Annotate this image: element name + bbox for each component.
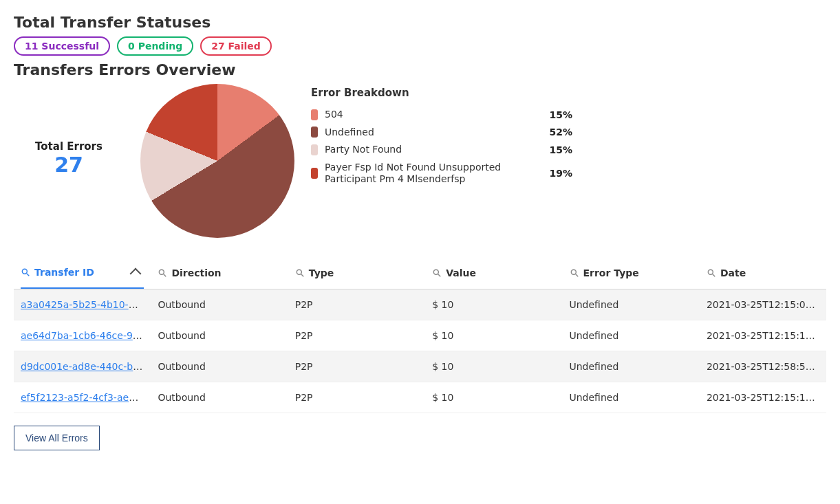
cell-value: $ 10 — [425, 351, 562, 382]
cell-direction: Outbound — [151, 289, 288, 320]
cell-date: 2021-03-25T12:58:57.093Z — [700, 351, 826, 382]
legend-swatch-icon — [311, 144, 318, 155]
transfer-id-link[interactable]: a3a0425a-5b25-4b10-8f3f — [21, 299, 147, 310]
search-icon — [432, 268, 442, 278]
transfer-id-link[interactable]: ae64d7ba-1cb6-46ce-9bc — [21, 330, 144, 341]
table-row: ef5f2123-a5f2-4cf3-ae05-OutboundP2P$ 10U… — [14, 382, 826, 413]
cell-error-type: Undefined — [563, 320, 700, 351]
search-icon — [570, 268, 579, 278]
svg-line-7 — [438, 274, 441, 277]
search-icon — [707, 268, 716, 278]
svg-point-4 — [297, 270, 301, 274]
col-date-label: Date — [720, 267, 746, 278]
search-icon — [158, 268, 167, 278]
table-row: ae64d7ba-1cb6-46ce-9bcOutboundP2P$ 10Und… — [14, 320, 826, 351]
svg-point-0 — [22, 269, 27, 274]
cell-date: 2021-03-25T12:15:05.476Z — [700, 289, 826, 320]
search-icon — [295, 268, 305, 278]
legend-item: Payer Fsp Id Not Found Unsupported Parti… — [311, 162, 572, 186]
sort-asc-icon — [130, 268, 142, 280]
total-errors-value: 27 — [14, 153, 124, 177]
statuses-title: Total Transfer Statuses — [14, 14, 826, 31]
legend-label: Payer Fsp Id Not Found Unsupported Parti… — [325, 162, 538, 186]
col-type-label: Type — [309, 267, 334, 278]
cell-direction: Outbound — [151, 351, 288, 382]
cell-value: $ 10 — [425, 289, 562, 320]
legend-swatch-icon — [311, 168, 318, 179]
errors-overview-title: Transfers Errors Overview — [14, 61, 826, 78]
svg-point-2 — [160, 270, 164, 274]
pill-failed[interactable]: 27 Failed — [200, 36, 272, 56]
transfer-id-link[interactable]: ef5f2123-a5f2-4cf3-ae05- — [21, 392, 144, 403]
legend-percent: 15% — [545, 144, 572, 155]
svg-line-3 — [164, 274, 166, 277]
col-value-label: Value — [446, 267, 476, 278]
legend-swatch-icon — [311, 127, 318, 138]
col-type[interactable]: Type — [288, 257, 425, 289]
pie-icon — [140, 84, 294, 238]
cell-date: 2021-03-25T12:15:17.644Z — [700, 320, 826, 351]
pill-successful[interactable]: 11 Successful — [14, 36, 110, 56]
svg-line-9 — [575, 274, 578, 277]
breakdown-legend: 50415%Undefined52%Party Not Found15%Paye… — [311, 109, 826, 186]
cell-error-type: Undefined — [563, 289, 700, 320]
legend-item: Party Not Found15% — [311, 144, 572, 156]
col-direction-label: Direction — [171, 267, 221, 278]
errors-table-body: a3a0425a-5b25-4b10-8f3fOutboundP2P$ 10Un… — [14, 289, 826, 413]
cell-direction: Outbound — [151, 320, 288, 351]
cell-value: $ 10 — [425, 382, 562, 413]
col-direction[interactable]: Direction — [151, 257, 288, 289]
svg-point-8 — [571, 270, 576, 274]
cell-type: P2P — [288, 289, 425, 320]
cell-transfer-id: d9dc001e-ad8e-440c-b60 — [14, 351, 151, 382]
legend-label: Undefined — [325, 127, 538, 139]
svg-line-5 — [301, 274, 304, 277]
legend-percent: 52% — [545, 127, 572, 138]
total-errors-block: Total Errors 27 — [14, 84, 124, 177]
cell-type: P2P — [288, 320, 425, 351]
cell-type: P2P — [288, 351, 425, 382]
legend-item: Undefined52% — [311, 127, 572, 139]
col-value[interactable]: Value — [425, 257, 562, 289]
total-errors-label: Total Errors — [14, 140, 124, 153]
errors-overview: Total Errors 27 Error Breakdown 50415%Un… — [14, 84, 826, 238]
cell-type: P2P — [288, 382, 425, 413]
pill-pending[interactable]: 0 Pending — [117, 36, 193, 56]
col-error-type-label: Error Type — [583, 267, 639, 278]
status-pills: 11 Successful 0 Pending 27 Failed — [14, 36, 826, 56]
col-date[interactable]: Date — [700, 257, 826, 289]
svg-line-1 — [27, 274, 30, 276]
cell-transfer-id: ef5f2123-a5f2-4cf3-ae05- — [14, 382, 151, 413]
col-error-type[interactable]: Error Type — [563, 257, 700, 289]
error-pie-chart — [140, 84, 294, 238]
col-transfer-id[interactable]: Transfer ID — [14, 257, 151, 289]
col-transfer-id-label: Transfer ID — [34, 267, 94, 278]
view-all-errors-button[interactable]: View All Errors — [14, 426, 100, 450]
transfer-id-link[interactable]: d9dc001e-ad8e-440c-b60 — [21, 361, 145, 372]
table-row: a3a0425a-5b25-4b10-8f3fOutboundP2P$ 10Un… — [14, 289, 826, 320]
cell-error-type: Undefined — [563, 382, 700, 413]
svg-line-11 — [713, 274, 715, 277]
cell-value: $ 10 — [425, 320, 562, 351]
cell-date: 2021-03-25T12:15:12.377Z — [700, 382, 826, 413]
error-breakdown: Error Breakdown 50415%Undefined52%Party … — [311, 84, 826, 191]
legend-label: Party Not Found — [325, 144, 538, 156]
legend-percent: 19% — [545, 168, 572, 179]
legend-item: 50415% — [311, 109, 572, 121]
svg-point-6 — [433, 270, 438, 274]
errors-table: Transfer ID Direction Ty — [14, 257, 826, 413]
cell-direction: Outbound — [151, 382, 288, 413]
cell-transfer-id: a3a0425a-5b25-4b10-8f3f — [14, 289, 151, 320]
breakdown-title: Error Breakdown — [311, 87, 826, 99]
legend-percent: 15% — [545, 109, 572, 120]
cell-transfer-id: ae64d7ba-1cb6-46ce-9bc — [14, 320, 151, 351]
legend-swatch-icon — [311, 109, 318, 120]
cell-error-type: Undefined — [563, 351, 700, 382]
search-icon — [21, 267, 30, 277]
table-row: d9dc001e-ad8e-440c-b60OutboundP2P$ 10Und… — [14, 351, 826, 382]
svg-point-10 — [708, 270, 713, 274]
legend-label: 504 — [325, 109, 538, 121]
